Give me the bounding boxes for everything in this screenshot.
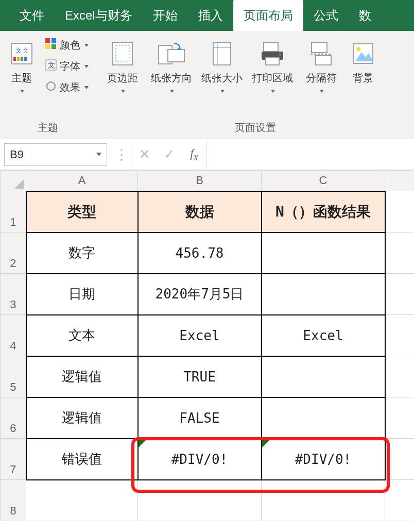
cell-B6[interactable]: FALSE [138, 397, 262, 439]
cell-D5[interactable] [385, 356, 415, 397]
print-area-button[interactable]: 打印区域 [251, 36, 294, 97]
row-header-8[interactable]: 8 [1, 480, 26, 521]
col-header-D[interactable] [385, 171, 415, 191]
group-label-themes: 主题 [6, 118, 90, 137]
svg-text:文: 文 [48, 61, 55, 69]
enter-formula-button[interactable]: ✓ [157, 146, 182, 162]
theme-effects-button[interactable]: 效果 [44, 78, 90, 96]
tab-formulas[interactable]: 公式 [303, 0, 349, 31]
svg-text:文: 文 [23, 47, 29, 54]
chevron-down-icon [320, 90, 324, 93]
row-header-6[interactable]: 6 [1, 397, 26, 439]
cell-B5[interactable]: TRUE [138, 356, 262, 397]
tab-page-layout[interactable]: 页面布局 [233, 0, 303, 31]
chevron-down-icon [84, 65, 89, 68]
svg-rect-9 [45, 44, 50, 49]
effects-icon [45, 80, 57, 94]
cell-B7[interactable]: #DIV/0! [138, 439, 262, 480]
chevron-down-icon [20, 90, 24, 93]
background-button[interactable]: 背景 [349, 36, 377, 86]
row-header-3[interactable]: 3 [1, 274, 26, 315]
svg-rect-3 [13, 57, 16, 61]
orientation-button[interactable]: 纸张方向 [150, 36, 193, 97]
col-header-C[interactable]: C [262, 171, 385, 191]
tab-home[interactable]: 开始 [143, 0, 188, 31]
cell-B1[interactable]: 数据 [138, 191, 262, 232]
cell-A1[interactable]: 类型 [26, 191, 138, 232]
theme-colors-button[interactable]: 颜色 [44, 36, 90, 54]
cell-B3[interactable]: 2020年7月5日 [138, 274, 262, 315]
cell-D4[interactable] [385, 315, 415, 356]
tab-partial[interactable]: 数 [349, 0, 373, 31]
cell-D7[interactable] [385, 439, 415, 480]
margins-button[interactable]: 页边距 [102, 36, 143, 97]
ribbon: 文 文 主题 颜色 [0, 31, 414, 139]
row-header-7[interactable]: 7 [1, 439, 26, 480]
cell-A8[interactable] [26, 480, 138, 521]
effects-label: 效果 [60, 80, 80, 94]
tab-addon[interactable]: Excel与财务 [55, 0, 143, 31]
fonts-label: 字体 [60, 59, 80, 73]
tab-insert[interactable]: 插入 [188, 0, 233, 31]
cell-A7[interactable]: 错误值 [26, 439, 138, 480]
cell-D3[interactable] [385, 274, 415, 315]
name-box[interactable]: B9 [4, 143, 107, 166]
svg-rect-22 [264, 42, 278, 52]
margins-icon [111, 38, 134, 69]
breaks-icon [308, 38, 334, 69]
cell-A2[interactable]: 数字 [26, 232, 138, 274]
size-label: 纸张大小 [201, 72, 243, 84]
cell-D8[interactable] [385, 480, 415, 521]
svg-rect-7 [45, 38, 50, 43]
cell-D2[interactable] [385, 232, 415, 274]
cell-A4[interactable]: 文本 [26, 315, 138, 356]
select-all-cell[interactable] [1, 171, 26, 191]
row-header-4[interactable]: 4 [1, 315, 26, 356]
insert-function-button[interactable]: fx [182, 146, 206, 163]
svg-text:文: 文 [15, 47, 22, 54]
chevron-down-icon [84, 44, 89, 47]
print-area-icon [260, 38, 285, 69]
cell-C1[interactable]: N（）函数结果 [262, 191, 385, 232]
svg-rect-8 [51, 38, 56, 43]
breaks-button[interactable]: 分隔符 [301, 36, 341, 97]
svg-rect-4 [17, 57, 20, 61]
col-header-A[interactable]: A [26, 171, 138, 191]
chevron-down-icon [271, 90, 275, 93]
print-area-label: 打印区域 [252, 72, 293, 84]
col-header-B[interactable]: B [138, 171, 262, 191]
theme-fonts-button[interactable]: 文 字体 [44, 57, 90, 75]
cell-B4[interactable]: Excel [138, 315, 262, 356]
themes-button[interactable]: 文 文 主题 [6, 36, 37, 97]
svg-rect-10 [51, 44, 56, 49]
row-header-5[interactable]: 5 [1, 356, 26, 397]
svg-marker-18 [177, 47, 181, 49]
cell-D1[interactable] [385, 191, 415, 232]
size-button[interactable]: 纸张大小 [200, 36, 244, 97]
svg-rect-27 [316, 56, 331, 65]
background-icon [351, 38, 375, 69]
cell-A6[interactable]: 逻辑值 [26, 397, 138, 439]
cell-C5[interactable] [262, 356, 385, 397]
tab-file[interactable]: 文件 [9, 0, 55, 31]
cell-C3[interactable] [262, 274, 385, 315]
margins-label: 页边距 [107, 72, 138, 84]
name-box-resize[interactable]: ⋮ [111, 146, 132, 163]
row-header-2[interactable]: 2 [1, 232, 26, 274]
cancel-formula-button[interactable]: ✕ [132, 146, 157, 162]
cell-A3[interactable]: 日期 [26, 274, 138, 315]
cell-C7[interactable]: #DIV/0! [262, 439, 385, 480]
cell-C2[interactable] [262, 232, 385, 274]
orientation-label: 纸张方向 [151, 72, 192, 84]
cell-B2[interactable]: 456.78 [138, 232, 262, 274]
cell-A5[interactable]: 逻辑值 [26, 356, 138, 397]
orientation-icon [157, 38, 186, 69]
cell-C6[interactable] [262, 397, 385, 439]
cell-D6[interactable] [385, 397, 415, 439]
cell-C8[interactable] [262, 480, 385, 521]
row-header-1[interactable]: 1 [1, 191, 26, 232]
cell-C4[interactable]: Excel [262, 315, 385, 356]
chevron-down-icon [220, 90, 225, 93]
fonts-icon: 文 [45, 59, 57, 73]
cell-B8[interactable] [138, 480, 262, 521]
